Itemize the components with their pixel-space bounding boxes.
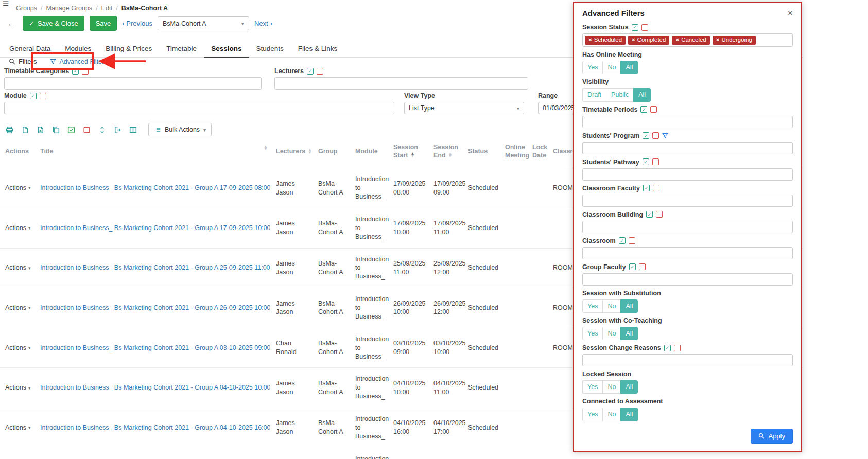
locked-session-no[interactable]: No xyxy=(602,380,621,394)
remove-tag-icon[interactable]: × xyxy=(675,37,679,43)
session-title-link[interactable]: Introduction to Business_ Bs Marketing C… xyxy=(40,184,270,192)
clear-selection-icon[interactable] xyxy=(650,106,657,113)
select-all-icon[interactable] xyxy=(619,237,626,244)
connected-assessment-yes[interactable]: Yes xyxy=(582,408,603,421)
remove-tag-icon[interactable]: × xyxy=(716,37,720,43)
columns-icon[interactable] xyxy=(129,126,137,134)
substitution-no[interactable]: No xyxy=(602,299,621,313)
visibility-draft[interactable]: Draft xyxy=(582,88,606,101)
select-all-icon[interactable] xyxy=(643,132,649,139)
substitution-yes[interactable]: Yes xyxy=(582,299,603,313)
connected-assessment-no[interactable]: No xyxy=(602,408,621,421)
export-icon[interactable] xyxy=(113,126,122,134)
column-session-start[interactable]: Session Start▲▼ xyxy=(390,136,430,168)
locked-session-all[interactable]: All xyxy=(620,380,638,394)
students-pathway-input[interactable] xyxy=(582,168,793,181)
session-status-input[interactable]: ×Scheduled ×Completed ×Canceled ×Undergo… xyxy=(582,33,793,47)
previous-button[interactable]: ‹Previous xyxy=(122,20,152,27)
timetable-categories-input[interactable] xyxy=(4,77,262,90)
clear-selection-icon[interactable] xyxy=(82,68,89,75)
co-teaching-all[interactable]: All xyxy=(620,327,638,340)
visibility-all[interactable]: All xyxy=(633,88,651,101)
session-change-reasons-input[interactable] xyxy=(582,354,793,366)
classroom-faculty-input[interactable] xyxy=(582,195,793,207)
back-icon[interactable]: ← xyxy=(7,19,16,29)
group-selector[interactable]: BsMa-Cohort A▾ xyxy=(158,16,249,30)
filters-toggle[interactable]: Filters xyxy=(9,58,37,65)
session-title-link[interactable]: Introduction to Business_ Bs Marketing C… xyxy=(40,344,270,352)
has-online-meeting-no[interactable]: No xyxy=(602,61,621,74)
tab-timetable[interactable]: Timetable xyxy=(159,42,204,57)
tab-billing-prices[interactable]: Billing & Prices xyxy=(98,42,159,57)
export-excel-icon[interactable] xyxy=(36,126,45,134)
select-all-icon[interactable] xyxy=(646,211,653,218)
close-icon[interactable]: × xyxy=(788,9,793,17)
substitution-all[interactable]: All xyxy=(620,299,638,313)
breadcrumb-edit[interactable]: Edit xyxy=(101,5,113,12)
expand-rows-icon[interactable] xyxy=(98,126,107,134)
row-actions-button[interactable]: Actions▾ xyxy=(5,344,34,352)
next-button[interactable]: Next› xyxy=(254,20,272,27)
deselect-all-rows-icon[interactable] xyxy=(82,126,91,134)
clear-selection-icon[interactable] xyxy=(641,24,648,31)
clear-selection-icon[interactable] xyxy=(629,237,635,244)
classroom-building-input[interactable] xyxy=(582,221,793,233)
sort-icon[interactable]: ▲▼ xyxy=(308,149,312,154)
row-actions-button[interactable]: Actions▾ xyxy=(5,224,34,233)
menu-icon[interactable]: ≡ xyxy=(3,0,9,10)
sort-icon[interactable]: ▲▼ xyxy=(264,146,268,151)
column-session-end[interactable]: Session End▲▼ xyxy=(430,136,465,168)
classroom-input[interactable] xyxy=(582,247,793,259)
row-actions-button[interactable]: Actions▾ xyxy=(5,304,34,312)
session-title-link[interactable]: Introduction to Business_ Bs Marketing C… xyxy=(40,423,270,432)
group-faculty-input[interactable] xyxy=(582,273,793,286)
select-all-icon[interactable] xyxy=(307,68,314,75)
view-type-select[interactable]: List Type▾ xyxy=(404,102,524,114)
clear-selection-icon[interactable] xyxy=(656,211,663,218)
select-all-icon[interactable] xyxy=(30,93,37,99)
locked-session-yes[interactable]: Yes xyxy=(582,380,603,394)
module-input[interactable] xyxy=(4,102,394,114)
save-and-close-button[interactable]: ✓Save & Close xyxy=(23,16,84,31)
select-all-icon[interactable] xyxy=(72,68,79,75)
session-title-link[interactable]: Introduction to Business_ Bs Marketing C… xyxy=(40,224,270,233)
clear-selection-icon[interactable] xyxy=(674,345,681,351)
clear-selection-icon[interactable] xyxy=(652,158,659,165)
select-all-rows-icon[interactable] xyxy=(67,126,76,134)
clear-selection-icon[interactable] xyxy=(40,93,46,99)
select-all-icon[interactable] xyxy=(629,263,636,270)
breadcrumb-manage-groups[interactable]: Manage Groups xyxy=(46,5,92,12)
row-actions-button[interactable]: Actions▾ xyxy=(5,184,34,192)
tab-sessions[interactable]: Sessions xyxy=(204,42,249,58)
has-online-meeting-yes[interactable]: Yes xyxy=(582,61,603,74)
remove-tag-icon[interactable]: × xyxy=(588,37,592,43)
column-lecturers[interactable]: Lecturers▲▼ xyxy=(273,136,315,168)
row-actions-button[interactable]: Actions▾ xyxy=(5,423,34,432)
clear-selection-icon[interactable] xyxy=(653,185,659,191)
connected-assessment-all[interactable]: All xyxy=(620,408,638,421)
select-all-icon[interactable] xyxy=(640,106,647,113)
clear-selection-icon[interactable] xyxy=(639,263,646,270)
column-module[interactable]: Module xyxy=(352,136,390,168)
column-title[interactable]: Title▲▼ xyxy=(37,136,273,168)
tab-students[interactable]: Students xyxy=(249,42,290,57)
students-program-input[interactable] xyxy=(582,142,793,154)
row-actions-button[interactable]: Actions▾ xyxy=(5,263,34,272)
has-online-meeting-all[interactable]: All xyxy=(620,61,638,74)
sort-icon[interactable]: ▲▼ xyxy=(448,153,453,158)
tab-files-links[interactable]: Files & Links xyxy=(291,42,345,57)
tab-modules[interactable]: Modules xyxy=(58,42,98,57)
clear-selection-icon[interactable] xyxy=(317,68,323,75)
lecturers-input[interactable] xyxy=(274,77,528,90)
tab-general-data[interactable]: General Data xyxy=(2,42,58,57)
advanced-filters-button[interactable]: Advanced Filters xyxy=(50,58,107,65)
row-actions-button[interactable]: Actions▾ xyxy=(5,383,34,392)
select-all-icon[interactable] xyxy=(643,158,649,165)
visibility-public[interactable]: Public xyxy=(606,88,634,101)
co-teaching-no[interactable]: No xyxy=(602,327,621,340)
save-button[interactable]: Save xyxy=(90,16,117,31)
co-teaching-yes[interactable]: Yes xyxy=(582,327,603,340)
copy-icon[interactable] xyxy=(51,126,60,134)
column-group[interactable]: Group xyxy=(315,136,352,168)
export-file-icon[interactable] xyxy=(21,126,29,134)
